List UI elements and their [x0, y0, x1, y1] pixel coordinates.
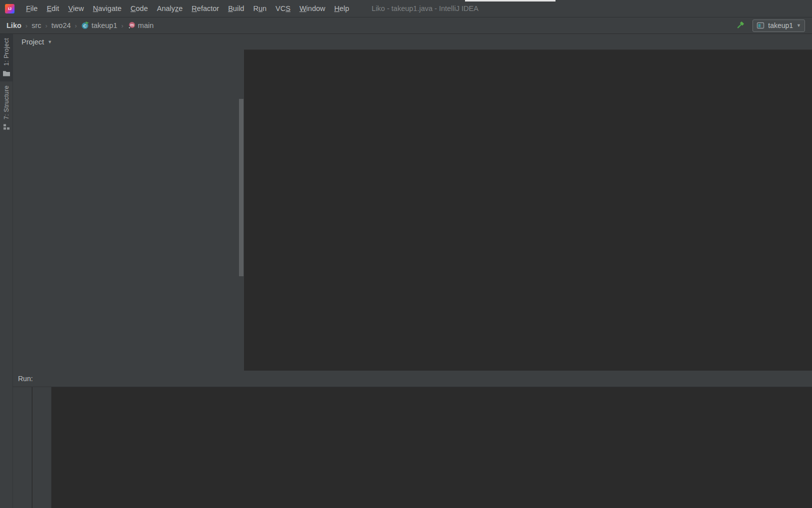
menu-item-view[interactable]: View — [64, 0, 88, 17]
project-tree — [13, 50, 244, 371]
intellij-logo-icon: IJ — [5, 4, 14, 13]
run-toolbar-main — [13, 387, 32, 508]
breadcrumb-item-two24[interactable]: two24 — [52, 21, 71, 29]
breadcrumb-separator: › — [118, 22, 128, 29]
run-config-label: takeup1 — [768, 21, 793, 29]
method-icon: m — [128, 21, 136, 29]
breadcrumb-item-main[interactable]: m main — [128, 21, 154, 29]
breadcrumb-label: src — [32, 21, 41, 29]
class-icon: C — [81, 21, 89, 29]
breadcrumb-label: Liko — [6, 21, 22, 29]
run-config-selector[interactable]: takeup1 ▼ — [752, 19, 805, 32]
title-bar: IJ FileEditViewNavigateCodeAnalyzeRefact… — [0, 0, 812, 17]
console-output[interactable] — [52, 387, 812, 508]
breadcrumb-label: takeup1 — [92, 21, 118, 29]
chevron-down-icon: ▼ — [796, 23, 801, 28]
stripe-folder-icon — [2, 69, 10, 77]
project-tree-scrollbar[interactable] — [239, 99, 244, 276]
svg-text:m: m — [130, 22, 134, 27]
toolwindow-tab-project[interactable]: 1: Project — [0, 34, 12, 81]
menu-item-build[interactable]: Build — [224, 0, 248, 17]
editor-tab-bar — [244, 34, 812, 50]
navigation-bar: Liko›src›two24› C takeup1› m main takeup… — [0, 17, 812, 34]
project-tool-window: Project ▼ — [13, 34, 244, 371]
run-panel-body — [13, 387, 812, 508]
menu-item-file[interactable]: File — [22, 0, 42, 17]
breadcrumb-label: two24 — [52, 21, 71, 29]
stripe-bottom-group — [0, 505, 12, 508]
toolwindow-tab-structure[interactable]: 7: Structure — [0, 81, 12, 135]
breadcrumb-item-src[interactable]: src — [32, 21, 41, 29]
project-panel-title[interactable]: Project — [22, 38, 44, 46]
run-panel-header: Run: — [13, 371, 812, 387]
menu-item-analyze[interactable]: Analyze — [152, 0, 188, 17]
project-panel-header: Project ▼ — [13, 34, 244, 50]
window-border-artifact — [465, 0, 556, 1]
toolwindow-tab-label: 1: Project — [3, 38, 10, 66]
tool-window-stripe: 1: Project7: Structure — [0, 34, 13, 508]
build-project-button[interactable] — [735, 20, 745, 30]
menu-item-run[interactable]: Run — [248, 0, 271, 17]
menu-item-code[interactable]: Code — [126, 0, 152, 17]
breadcrumb-item-takeup1[interactable]: C takeup1 — [81, 21, 118, 29]
intellij-idea-window: { "window": { "title": "Liko - takeup1.j… — [0, 0, 812, 508]
run-tool-window: Run: — [13, 371, 812, 508]
stripe-structure-icon — [2, 123, 10, 131]
breadcrumb-separator: › — [71, 22, 81, 29]
menu-item-navigate[interactable]: Navigate — [88, 0, 126, 17]
stripe-top-group: 1: Project7: Structure — [0, 34, 12, 135]
menu-item-vcs[interactable]: VCS — [271, 0, 295, 17]
menu-item-window[interactable]: Window — [295, 0, 330, 17]
breadcrumb: Liko›src›two24› C takeup1› m main — [6, 21, 154, 29]
window-title: Liko - takeup1.java - IntelliJ IDEA — [372, 4, 478, 12]
breadcrumb-label: main — [138, 21, 154, 29]
breadcrumb-item-liko[interactable]: Liko — [6, 21, 22, 29]
navbar-right-group: takeup1 ▼ — [735, 19, 805, 32]
run-toolbar-console — [32, 387, 52, 508]
chevron-down-icon[interactable]: ▼ — [48, 39, 52, 44]
menu-item-edit[interactable]: Edit — [42, 0, 64, 17]
menu-item-help[interactable]: Help — [330, 0, 354, 17]
menu-item-refactor[interactable]: Refactor — [187, 0, 224, 17]
breadcrumb-separator: › — [42, 22, 52, 29]
breadcrumb-separator: › — [22, 22, 32, 29]
menu-bar: FileEditViewNavigateCodeAnalyzeRefactorB… — [22, 0, 354, 17]
code-editor[interactable] — [244, 50, 812, 371]
run-panel-label: Run: — [18, 375, 33, 383]
editor-area — [244, 34, 812, 371]
toolwindow-tab-label: 7: Structure — [3, 85, 10, 119]
run-config-icon — [756, 21, 764, 29]
